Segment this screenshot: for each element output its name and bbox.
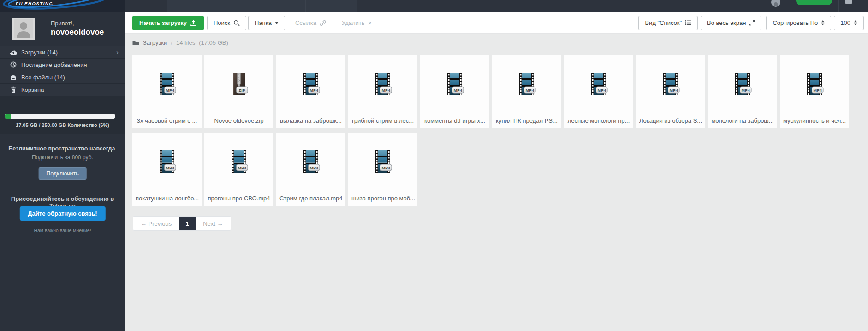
search-icon [233,20,240,26]
file-name: Novoe oldovoe.zip [204,117,273,124]
fullscreen-button[interactable]: Во весь экран [701,16,761,30]
connect-button[interactable]: Подключить [38,167,87,180]
file-card[interactable]: MP4 мускулинность и чел... [780,55,849,128]
file-name: вылазка на заброшк... [276,117,345,124]
storage-panel: 17.05 GB / 250.00 GB Количество (6%) [0,96,125,134]
mp4-file-icon: MP4 [302,73,320,95]
list-view-icon [685,20,691,26]
file-name: мускулинность и чел... [780,117,849,124]
view-list-button[interactable]: Вид "Список" [638,16,698,30]
file-card[interactable]: MP4 Стрим где плакал.mp4 [276,133,345,206]
link-button[interactable]: Ссылка [291,16,330,30]
fullscreen-label: Во весь экран [707,19,746,26]
delete-button[interactable]: Удалить × [338,16,375,30]
svg-text:MP4: MP4 [238,166,246,170]
file-card[interactable]: MP4 комменты dtf игры х... [420,55,489,128]
storage-usage-label: 17.05 GB / 250.00 GB Количество (6%) [0,122,125,128]
svg-text:MP4: MP4 [309,166,318,170]
upload-icon [190,20,197,26]
file-grid: MP4 3х часовой стрим с ... [132,55,868,206]
spinner-arrows-icon [854,20,857,25]
svg-text:MP4: MP4 [166,166,174,170]
file-name: лесные монологи пр... [564,117,633,124]
file-card[interactable]: MP4 шиза прогон про моб... [348,133,417,206]
storage-progress-fill [5,114,11,119]
feedback-note: Нам важно ваше мнение! [0,228,125,233]
per-page-value: 100 [840,19,850,26]
file-card[interactable]: MP4 лесные монологи пр... [564,55,633,128]
mp4-file-icon: MP4 [589,73,608,95]
mp4-file-icon: MP4 [805,73,824,95]
mp4-file-icon: MP4 [158,150,176,173]
file-name: Локация из обзора S... [636,117,705,124]
file-card[interactable]: MP4 грибной стрим в лес... [348,55,417,128]
sidebar-item-trash[interactable]: Корзина [0,84,125,96]
svg-text:MP4: MP4 [669,88,678,93]
navbar-cta-button[interactable] [796,0,832,5]
mp4-file-icon: MP4 [733,73,752,95]
file-name: шиза прогон про моб... [348,195,417,202]
svg-text:ZIP: ZIP [239,88,245,93]
toolbar: Начать загрузку Поиск Папка Ссылка [125,12,868,34]
folder-button[interactable]: Папка [248,16,285,30]
navbar-user-icon[interactable] [771,0,780,7]
drive-icon [9,74,17,80]
file-card[interactable]: ZIP Novoe oldovoe.zip [204,55,273,128]
start-upload-button[interactable]: Начать загрузку [132,16,204,30]
cloud-upload-icon [9,49,17,55]
breadcrumb-separator: / [171,39,172,46]
file-card[interactable]: MP4 покатушки на лонгбо... [132,133,202,206]
file-card[interactable]: MP4 купил ПК предал PS... [492,55,561,128]
search-button[interactable]: Поиск [207,16,246,30]
pagination: ← Previous 1 Next → [133,216,231,231]
delete-label: Удалить [342,19,365,26]
svg-text:MP4: MP4 [309,88,318,93]
clock-icon [9,61,17,68]
sidebar-item-recent[interactable]: Последние добавления [0,59,125,71]
logo-zone[interactable]: FILEHOSTING [0,0,125,12]
close-icon: × [368,19,372,26]
chevron-right-icon: › [116,48,119,56]
file-name: купил ПК предал PS... [492,117,561,124]
sidebar-item-uploads[interactable]: Загрузки (14) › [0,46,125,59]
file-card[interactable]: MP4 прогоны про СВО.mp4 [204,133,273,206]
next-page-button[interactable]: Next → [196,217,230,230]
file-name: грибной стрим в лес... [348,117,417,124]
svg-text:MP4: MP4 [525,88,534,93]
avatar[interactable] [12,18,35,40]
feedback-button[interactable]: Дайте обратную связь! [19,206,105,221]
sidebar-item-label: Все файлы (14) [21,74,65,81]
per-page-button[interactable]: 100 [834,16,864,30]
sidebar-item-all-files[interactable]: Все файлы (14) [0,71,125,84]
svg-text:MP4: MP4 [741,88,750,93]
user-panel: Привет!, novoeoldovoe [0,12,125,46]
view-list-label: Вид "Список" [645,19,682,26]
mp4-file-icon: MP4 [517,73,536,95]
file-card[interactable]: MP4 Локация из обзора S... [636,55,705,128]
navbar-menu-icon[interactable] [845,0,852,4]
breadcrumb-file-count: 14 files [176,39,195,46]
file-card[interactable]: MP4 монологи на заброш... [708,55,777,128]
promo-subtitle: Подключить за 800 руб. [0,154,125,161]
navbar-divider [357,0,357,12]
svg-text:MP4: MP4 [597,88,606,93]
sort-arrows-icon [821,20,825,25]
link-icon [320,20,326,26]
file-card[interactable]: MP4 вылазка на заброшк... [276,55,345,128]
previous-page-button[interactable]: ← Previous [133,217,179,230]
folder-icon [132,40,139,46]
navbar-divider [305,0,306,12]
mp4-file-icon: MP4 [158,73,176,95]
search-label: Поиск [214,19,230,26]
file-name: Стрим где плакал.mp4 [276,195,345,202]
avatar-placeholder-icon [14,19,33,38]
sidebar-item-label: Корзина [21,86,44,93]
promo-title: Безлимитное пространство навсегда. [0,145,125,152]
sort-by-button[interactable]: Сортировать По [766,16,831,30]
file-card[interactable]: MP4 3х часовой стрим с ... [132,55,202,128]
breadcrumb-folder[interactable]: Загрузки [143,39,167,46]
sidebar-menu: Загрузки (14) › Последние добавления Все… [0,46,125,96]
current-page[interactable]: 1 [179,217,196,230]
navbar-divider [838,0,839,12]
trash-icon [9,86,17,93]
